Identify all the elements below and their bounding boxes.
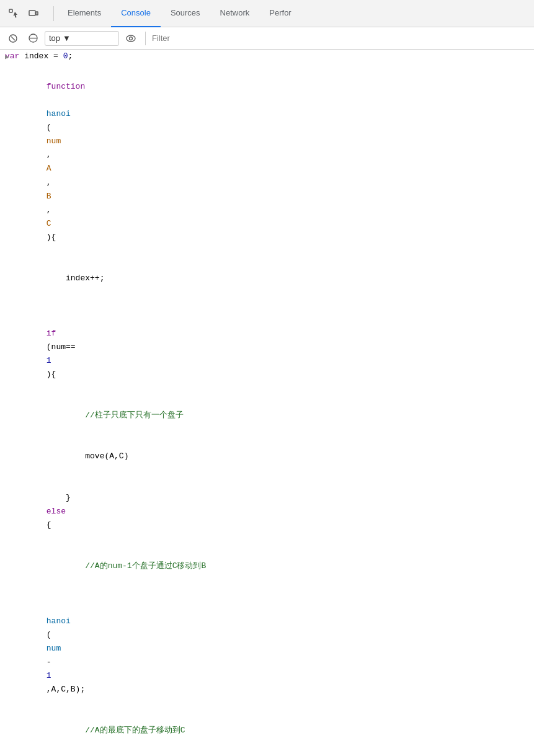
comment-3: //A的最底下的盘子移动到C [47, 726, 185, 735]
param-B: B [47, 192, 51, 201]
no-entry-btn[interactable] [25, 30, 41, 47]
clear-console-btn[interactable] [5, 30, 21, 47]
svg-rect-0 [9, 9, 12, 12]
console-toolbar: top ▼ [0, 27, 534, 50]
comment-1: //柱子只底下只有一个盘子 [47, 411, 184, 420]
context-selector[interactable]: top ▼ [45, 31, 119, 46]
comment-2: //A的num-1个盘子通过C移动到B [47, 561, 206, 571]
device-toggle-btn[interactable] [25, 5, 42, 22]
tab-elements[interactable]: Elements [58, 0, 111, 27]
svg-point-7 [127, 35, 135, 42]
param-num: num [47, 136, 61, 146]
code-line-1: ▶ var index = 0 ; [0, 50, 534, 64]
keyword-else: else [47, 507, 66, 516]
dropdown-arrow-icon: ▼ [63, 33, 71, 43]
svg-point-8 [130, 37, 133, 40]
param-A: A [47, 164, 51, 173]
keyword-function-1: function [47, 82, 85, 91]
keyword-if: if [47, 329, 56, 338]
filter-input[interactable] [152, 33, 529, 43]
param-C: C [47, 219, 51, 228]
tab-network[interactable]: Network [210, 0, 260, 27]
toolbar-icons [5, 5, 42, 22]
expand-arrow-icon: ▶ [5, 52, 9, 63]
filter-separator [145, 32, 146, 45]
console-content: ▶ var index = 0 ; function hanoi ( num ,… [0, 50, 534, 756]
eye-btn[interactable] [123, 30, 139, 47]
hanoi-function-block: function hanoi ( num , A , B , C ){ inde… [0, 64, 534, 756]
tab-console[interactable]: Console [111, 0, 161, 27]
inspect-element-btn[interactable] [5, 5, 22, 22]
tab-list: Elements Console Sources Network Perfor [58, 0, 301, 27]
toolbar-separator [53, 6, 54, 21]
number-zero: 0 [63, 50, 68, 63]
devtools-top-bar: Elements Console Sources Network Perfor [0, 0, 534, 27]
tab-perf[interactable]: Perfor [259, 0, 301, 27]
fn-name-hanoi: hanoi [47, 109, 71, 118]
svg-line-4 [11, 37, 15, 40]
tab-sources[interactable]: Sources [161, 0, 210, 27]
svg-rect-2 [36, 12, 38, 15]
svg-rect-1 [29, 11, 35, 16]
